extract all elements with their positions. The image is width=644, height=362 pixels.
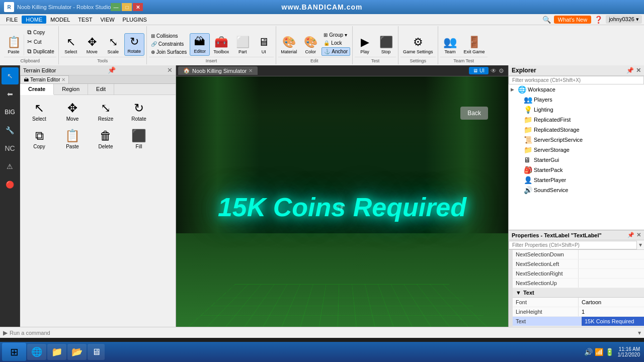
properties-close-button[interactable]: ✕	[636, 232, 641, 238]
terrain-select-tool[interactable]: ↖ Select	[24, 99, 54, 124]
tree-item-starterpack[interactable]: 🎒 StarterPack	[509, 165, 644, 175]
editor-button[interactable]: 🏔 Editor	[190, 33, 210, 56]
ui-toggle-button[interactable]: 🖥 UI	[469, 67, 489, 74]
prop-row-lineheight[interactable]: LineHeight 1	[513, 307, 644, 317]
menu-model[interactable]: MODEL	[46, 16, 74, 24]
maximize-button[interactable]: □	[122, 3, 132, 11]
color-button[interactable]: 🎨 Color	[300, 34, 320, 56]
viewport-canvas[interactable]: 15K Coins Required Back ☞	[176, 76, 508, 327]
copy-button[interactable]: ⧉ Copy	[25, 28, 56, 37]
menu-view[interactable]: VIEW	[96, 16, 118, 24]
sidebar-select-icon[interactable]: ↖	[2, 67, 19, 84]
prop-row-nextselectiondown[interactable]: NextSelectionDown	[513, 250, 644, 259]
select-button[interactable]: ↖ Select	[61, 34, 81, 56]
join-surfaces-button[interactable]: ⊕ Join Surfaces	[149, 48, 189, 56]
terrain-tab-region[interactable]: Region	[54, 84, 88, 95]
cut-button[interactable]: ✂ Cut	[25, 37, 56, 46]
properties-filter-input[interactable]	[509, 241, 637, 249]
scale-button[interactable]: ⤡ Scale	[103, 34, 123, 56]
terrain-editor-tab[interactable]: 🏔 Terrain Editor ✕	[20, 75, 69, 83]
terrain-resize-tool[interactable]: ⤡ Resize	[91, 99, 121, 124]
terrain-rotate-tool[interactable]: ↻ Rotate	[124, 99, 154, 124]
prop-scrollbar[interactable]	[509, 250, 513, 326]
tree-item-startergui[interactable]: 🖥 StarterGui	[509, 155, 644, 165]
help-icon[interactable]: ❓	[594, 16, 603, 24]
game-settings-button[interactable]: ⚙ Game Settings	[400, 34, 436, 56]
sidebar-icon-2[interactable]: ⬅	[2, 85, 19, 103]
explorer-filter-input[interactable]	[509, 76, 644, 84]
user-account[interactable]: johny0326 ▾	[606, 15, 642, 24]
sidebar-icon-3[interactable]: BIG	[2, 104, 19, 121]
material-button[interactable]: 🎨 Material	[278, 34, 299, 56]
minimize-button[interactable]: —	[111, 3, 121, 11]
lock-button[interactable]: 🔒 Lock	[321, 39, 350, 47]
start-button[interactable]: ⊞	[2, 343, 26, 361]
prop-row-text[interactable]: Text	[513, 317, 644, 326]
menu-plugins[interactable]: PLUGINS	[119, 16, 151, 24]
terrain-close-button[interactable]: ✕	[167, 66, 173, 74]
terrain-move-tool[interactable]: ✥ Move	[57, 99, 88, 124]
menu-home[interactable]: HOME	[22, 16, 46, 24]
collisions-button[interactable]: ⊞ Collisions	[149, 32, 189, 40]
taskbar-app[interactable]: 🖥	[88, 344, 105, 360]
sidebar-icon-6[interactable]: ⚠	[2, 158, 19, 175]
constraints-button[interactable]: 🔗 Constraints	[149, 40, 189, 48]
stop-button[interactable]: ⬛ Stop	[376, 34, 396, 56]
properties-filter-dropdown[interactable]: ▾	[637, 240, 644, 249]
prop-text-input[interactable]	[582, 317, 644, 326]
paste-button[interactable]: 📋 Paste	[4, 34, 24, 56]
tree-item-serverscriptservice[interactable]: 📜 ServerScriptService	[509, 135, 644, 145]
viewport-eye-icon[interactable]: 👁	[491, 67, 497, 74]
close-button[interactable]: ✕	[133, 3, 143, 11]
prop-row-nextselectionright[interactable]: NextSelectionRight	[513, 269, 644, 279]
terrain-copy-tool[interactable]: ⧉ Copy	[24, 127, 54, 151]
prop-row-nextselectionup[interactable]: NextSelectionUp	[513, 279, 644, 288]
tree-item-soundservice[interactable]: 🔊 SoundService	[509, 185, 644, 195]
viewport-tab-game[interactable]: 🏠 Noob Killing Simulator ✕	[178, 66, 258, 75]
terrain-pin-button[interactable]: 📌	[108, 66, 116, 74]
rotate-button[interactable]: ↻ Rotate	[124, 33, 144, 56]
tree-item-serverstorage[interactable]: 📁 ServerStorage	[509, 145, 644, 155]
search-icon[interactable]: 🔍	[542, 16, 551, 24]
tree-item-replicatedstorage[interactable]: 📁 ReplicatedStorage	[509, 125, 644, 135]
play-button[interactable]: ▶ Play	[355, 34, 375, 56]
group-button[interactable]: ⊞ Group ▾	[321, 31, 350, 39]
terrain-paste-tool[interactable]: 📋 Paste	[57, 127, 88, 151]
tree-item-players[interactable]: 👥 Players	[509, 95, 644, 105]
tree-item-replicatedfirst[interactable]: 📁 ReplicatedFirst	[509, 115, 644, 125]
terrain-tab-create[interactable]: Create	[20, 84, 54, 95]
exit-game-button[interactable]: 🚪 Exit Game	[461, 34, 488, 56]
tree-item-workspace[interactable]: ▶ 🌐 Workspace	[509, 84, 644, 95]
prop-row-nextselectionleft[interactable]: NextSelectionLeft	[513, 259, 644, 269]
team-button[interactable]: 👥 Team	[440, 34, 460, 56]
whats-new-button[interactable]: What's New	[554, 16, 591, 24]
sidebar-icon-5[interactable]: NC	[2, 140, 19, 157]
taskbar-files[interactable]: 📂	[67, 344, 87, 360]
sidebar-icon-7[interactable]: 🔴	[2, 176, 19, 193]
command-input[interactable]	[10, 330, 638, 336]
taskbar-explorer[interactable]: 📁	[47, 344, 66, 360]
tree-item-starterplayer[interactable]: 👤 StarterPlayer	[509, 175, 644, 185]
explorer-pin-button[interactable]: 📌	[626, 67, 634, 74]
sidebar-icon-4[interactable]: 🔧	[2, 122, 19, 139]
command-dropdown[interactable]: ▾	[638, 329, 641, 336]
terrain-delete-tool[interactable]: 🗑 Delete	[91, 127, 121, 151]
explorer-close-button[interactable]: ✕	[636, 67, 641, 74]
back-button[interactable]: Back	[460, 107, 488, 120]
menu-file[interactable]: FILE	[2, 16, 22, 24]
prop-row-font[interactable]: Font Cartoon	[513, 298, 644, 307]
taskbar-chrome[interactable]: 🌐	[27, 344, 46, 360]
viewport-settings-icon[interactable]: ⚙	[499, 67, 504, 74]
menu-test[interactable]: TEST	[74, 16, 96, 24]
terrain-fill-tool[interactable]: ⬛ Fill	[124, 127, 154, 151]
toolbox-button[interactable]: 🧰 Toolbox	[211, 34, 231, 56]
viewport-tab-close[interactable]: ✕	[249, 68, 253, 73]
terrain-panel-close[interactable]: ✕	[61, 77, 65, 82]
duplicate-button[interactable]: ⧉ Duplicate	[25, 47, 56, 56]
move-button[interactable]: ✥ Move	[82, 34, 102, 56]
terrain-tab-edit[interactable]: Edit	[88, 84, 114, 95]
tree-item-lighting[interactable]: 💡 Lighting	[509, 105, 644, 115]
ui-button[interactable]: 🖥 UI	[254, 34, 274, 56]
part-button[interactable]: ⬜ Part	[232, 34, 253, 56]
properties-pin-button[interactable]: 📌	[627, 232, 634, 238]
